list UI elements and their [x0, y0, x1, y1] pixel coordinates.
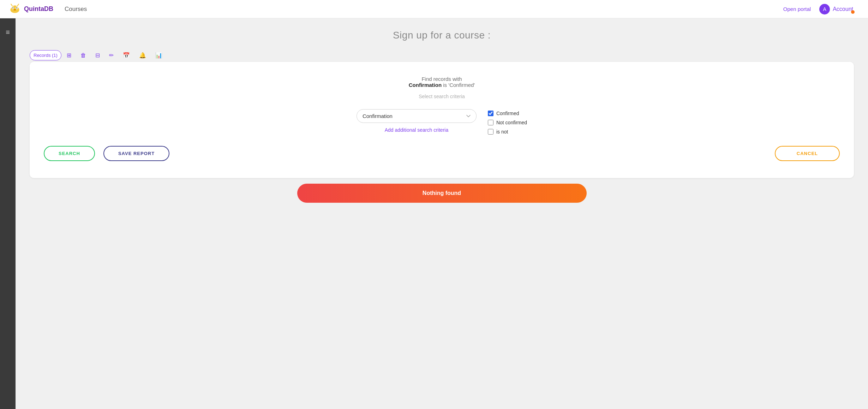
- field-select-wrapper: Confirmation Add additional search crite…: [357, 109, 477, 133]
- cancel-button[interactable]: CANCEL: [775, 146, 840, 161]
- confirmed-label: Confirmed: [496, 111, 519, 116]
- sidebar-menu-icon[interactable]: ≡: [3, 25, 13, 39]
- table-view-button[interactable]: ⊞: [63, 49, 75, 61]
- not-confirmed-label: Not confirmed: [496, 120, 527, 125]
- checkbox-is-not[interactable]: is not: [488, 129, 527, 135]
- svg-point-8: [13, 9, 16, 11]
- find-text-label: Find records with: [421, 76, 462, 82]
- edit-icon: ✏: [109, 52, 114, 58]
- main-content: Sign up for a course : Records (1) ⊞ 🗑 ⊟…: [16, 18, 868, 409]
- page-title: Sign up for a course :: [30, 30, 854, 41]
- logo-icon: [8, 3, 21, 16]
- nav-courses[interactable]: Courses: [65, 6, 87, 13]
- svg-point-10: [15, 10, 16, 10]
- avatar: A: [819, 4, 830, 14]
- grid-view-button[interactable]: ⊟: [91, 49, 104, 61]
- bell-icon: 🔔: [139, 52, 146, 58]
- search-row: Confirmation Add additional search crite…: [44, 109, 840, 135]
- checkbox-not-confirmed[interactable]: Not confirmed: [488, 120, 527, 125]
- search-button[interactable]: SEARCH: [44, 146, 95, 161]
- field-select[interactable]: Confirmation: [357, 109, 477, 123]
- svg-line-7: [17, 4, 19, 6]
- account-dot: [851, 10, 855, 14]
- sidebar: ≡: [0, 18, 16, 409]
- grid-icon: ⊟: [95, 52, 100, 58]
- toolbar: Records (1) ⊞ 🗑 ⊟ ✏ 📅 🔔 📊: [30, 49, 854, 61]
- calendar-button[interactable]: 📅: [119, 49, 134, 61]
- search-card: Find records with Confirmation is 'Confi…: [30, 62, 854, 178]
- svg-point-5: [16, 7, 17, 8]
- bell-button[interactable]: 🔔: [135, 49, 150, 61]
- open-portal-link[interactable]: Open portal: [783, 6, 811, 12]
- action-buttons: SEARCH SAVE REPORT CANCEL: [44, 146, 840, 161]
- chart-button[interactable]: 📊: [151, 49, 166, 61]
- account-button[interactable]: A Account: [819, 4, 860, 14]
- nothing-found-bar: Nothing found: [297, 184, 587, 203]
- is-not-label: is not: [496, 129, 508, 135]
- confirmed-checkbox[interactable]: [488, 111, 493, 116]
- find-records-text: Find records with Confirmation is 'Confi…: [44, 76, 840, 88]
- calendar-icon: 📅: [123, 52, 130, 58]
- svg-point-4: [12, 7, 13, 8]
- account-label: Account: [833, 6, 853, 12]
- value-label: 'Confirmed': [448, 82, 475, 88]
- svg-line-6: [11, 4, 12, 6]
- delete-button[interactable]: 🗑: [77, 50, 90, 61]
- checkbox-confirmed[interactable]: Confirmed: [488, 111, 527, 116]
- table-icon: ⊞: [67, 52, 71, 58]
- header-right: Open portal A Account: [783, 4, 860, 14]
- add-criteria-link[interactable]: Add additional search criteria: [357, 127, 477, 133]
- logo[interactable]: QuintaDB: [8, 3, 53, 16]
- header: QuintaDB Courses Open portal A Account: [0, 0, 868, 18]
- edit-button[interactable]: ✏: [105, 49, 118, 61]
- select-criteria-text: Select search criteria: [44, 94, 840, 99]
- condition-label: is: [443, 82, 448, 88]
- save-report-button[interactable]: SAVE REPORT: [103, 146, 169, 161]
- svg-point-9: [14, 10, 14, 10]
- logo-text: QuintaDB: [24, 5, 53, 13]
- not-confirmed-checkbox[interactable]: [488, 120, 493, 125]
- layout: ≡ Sign up for a course : Records (1) ⊞ 🗑…: [0, 18, 868, 409]
- records-button[interactable]: Records (1): [30, 50, 61, 60]
- checkboxes: Confirmed Not confirmed is not: [488, 109, 527, 135]
- field-bold: Confirmation: [409, 82, 442, 88]
- chart-icon: 📊: [155, 52, 162, 58]
- delete-icon: 🗑: [80, 52, 86, 58]
- is-not-checkbox[interactable]: [488, 129, 493, 135]
